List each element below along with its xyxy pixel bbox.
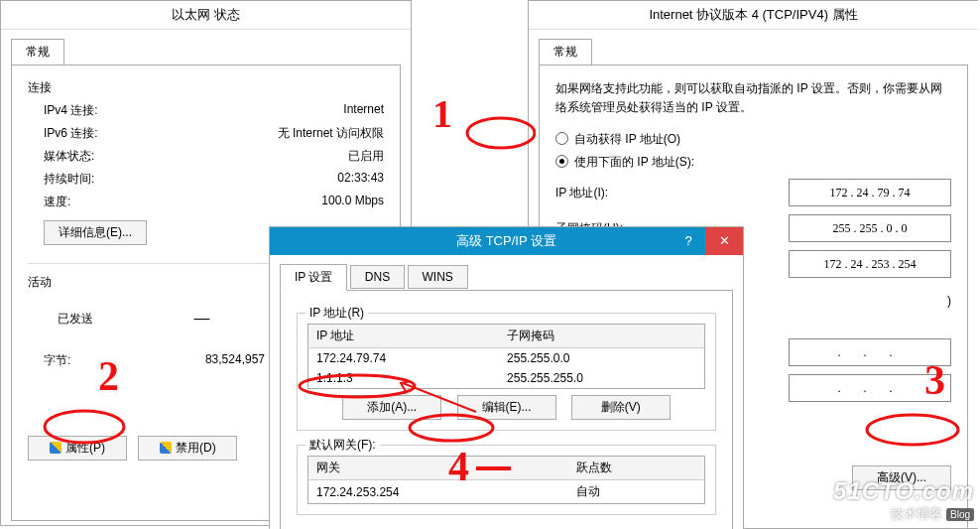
shield-icon	[50, 442, 61, 454]
subnet-input[interactable]: 255 . 255 . 0 . 0	[789, 214, 951, 242]
bytes-label: 字节:	[44, 352, 70, 369]
tab-wins[interactable]: WINS	[408, 265, 468, 289]
tab-ip-settings[interactable]: IP 设置	[280, 264, 347, 291]
ip-address-table: IP 地址子网掩码 172.24.79.74255.255.0.0 1.1.1.…	[307, 324, 705, 389]
section-connection: 连接	[28, 79, 384, 96]
gateway-input[interactable]: 172 . 24 . 253 . 254	[789, 250, 951, 278]
bytes-sent: 83,524,957	[205, 352, 265, 369]
group-gateways: 默认网关(F):	[306, 437, 380, 454]
ipv4-intro: 如果网络支持此功能，则可以获取自动指派的 IP 设置。否则，你需要从网络系统管理…	[555, 79, 951, 117]
details-button[interactable]: 详细信息(E)...	[44, 220, 147, 245]
media-label: 媒体状态:	[44, 148, 94, 165]
dns1-input[interactable]: . . .	[789, 338, 951, 366]
col-ip: IP 地址	[308, 325, 500, 348]
eth-status-title: 以太网 状态	[1, 1, 411, 30]
dns2-input[interactable]: . . .	[789, 374, 951, 402]
duration-value: 02:33:43	[337, 171, 384, 188]
svg-text:1: 1	[432, 91, 452, 136]
tab-general[interactable]: 常规	[11, 39, 64, 66]
watermark: 51CTO.com 技术博客Blog	[833, 477, 974, 523]
radio-use-ip[interactable]	[555, 155, 568, 168]
annotation-circle-ethernet	[456, 107, 536, 157]
ip-address-input[interactable]: 172 . 24 . 79 . 74	[789, 179, 951, 206]
svg-point-2	[467, 118, 535, 148]
radio-auto-ip[interactable]	[555, 132, 568, 145]
col-mask: 子网掩码	[499, 325, 704, 348]
ipv6-label: IPv6 连接:	[44, 125, 98, 142]
speed-value: 100.0 Mbps	[321, 194, 384, 210]
duration-label: 持续时间:	[44, 171, 94, 188]
delete-button[interactable]: 删除(V)	[571, 395, 671, 420]
edit-button[interactable]: 编辑(E)...	[457, 395, 556, 420]
ipv4-value: Internet	[343, 102, 384, 119]
adv-title: 高级 TCP/IP 设置 ? ✕	[270, 227, 743, 255]
tab-dns[interactable]: DNS	[350, 265, 405, 289]
properties-button[interactable]: 属性(P)	[28, 436, 127, 461]
speed-label: 速度:	[44, 194, 70, 210]
sent-label: 已发送	[58, 311, 93, 328]
ip-address-label: IP 地址(I):	[555, 185, 674, 201]
ipv4-title: Internet 协议版本 4 (TCP/IPV4) 属性	[529, 1, 978, 30]
help-button[interactable]: ?	[674, 227, 703, 255]
ipv6-value: 无 Internet 访问权限	[278, 125, 384, 142]
add-button[interactable]: 添加(A)...	[342, 395, 441, 420]
disable-button[interactable]: 禁用(D)	[138, 436, 237, 461]
gateway-table: 网关跃点数 172.24.253.254自动	[307, 456, 705, 504]
ipv4-label: IPv4 连接:	[44, 102, 98, 119]
auto-ip-label: 自动获得 IP 地址(O)	[574, 132, 680, 146]
group-ip-addresses: IP 地址(R)	[306, 305, 368, 322]
use-ip-label: 使用下面的 IP 地址(S):	[574, 155, 694, 169]
table-row[interactable]: 1.1.1.3255.255.255.0	[308, 368, 705, 389]
table-row[interactable]: 172.24.79.74255.255.0.0	[308, 348, 705, 369]
close-button[interactable]: ✕	[705, 227, 743, 255]
col-gateway: 网关	[308, 457, 568, 480]
shield-icon	[160, 442, 172, 454]
tab-general-ipv4[interactable]: 常规	[539, 39, 592, 66]
annotation-number-1: 1	[427, 87, 466, 142]
col-metric: 跃点数	[568, 457, 705, 480]
media-value: 已启用	[348, 148, 384, 165]
table-row[interactable]: 172.24.253.254自动	[308, 480, 705, 504]
